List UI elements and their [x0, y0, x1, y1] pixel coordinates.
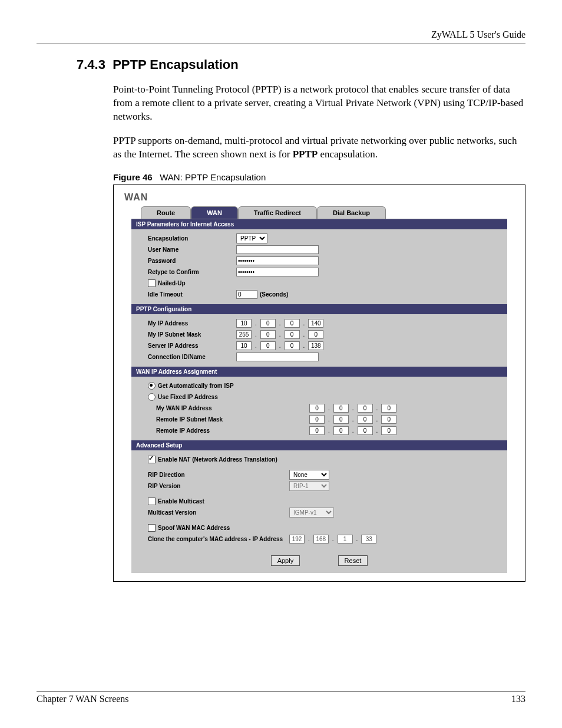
section-isp: ISP Parameters for Internet Access — [131, 219, 507, 229]
clone-1 — [289, 535, 305, 543]
server-label: Server IP Address — [148, 342, 236, 349]
conn-label: Connection ID/Name — [148, 354, 236, 360]
mymask-3[interactable] — [285, 330, 300, 339]
remip-4[interactable] — [381, 426, 396, 435]
remmask-2[interactable] — [333, 415, 349, 424]
remmask-1[interactable] — [309, 415, 325, 424]
nailed-up-label: Nailed-Up — [158, 280, 186, 286]
retype-input[interactable] — [236, 268, 319, 276]
page-footer: Chapter 7 WAN Screens 133 — [37, 691, 525, 704]
tab-bar: Route WAN Traffic Redirect Dial Backup — [141, 206, 517, 219]
tab-route[interactable]: Route — [141, 206, 191, 219]
auto-ip-label: Get Automatically from ISP — [158, 383, 234, 389]
section-title-text: PPTP Encapsulation — [113, 57, 239, 72]
tab-dial-backup[interactable]: Dial Backup — [317, 206, 386, 219]
spoof-checkbox[interactable] — [148, 524, 156, 532]
remip-label: Remote IP Address — [156, 427, 256, 434]
password-input[interactable] — [236, 256, 319, 265]
header-rule — [37, 44, 525, 44]
figure-caption: Figure 46 WAN: PPTP Encapsulation — [113, 172, 525, 182]
clone-4 — [361, 535, 376, 543]
section-wanip: WAN IP Address Assignment — [131, 367, 507, 377]
ripdir-label: RIP Direction — [148, 472, 289, 478]
myip-2[interactable] — [260, 319, 276, 328]
server-3[interactable] — [285, 341, 300, 350]
reset-button[interactable]: Reset — [338, 555, 368, 566]
remip-1[interactable] — [309, 426, 325, 435]
tab-wan[interactable]: WAN — [191, 206, 238, 219]
remmask-4[interactable] — [381, 415, 396, 424]
footer-chapter: Chapter 7 WAN Screens — [37, 694, 129, 704]
ripdir-select[interactable]: None — [289, 470, 329, 480]
wan-screenshot: WAN Route WAN Traffic Redirect Dial Back… — [113, 185, 525, 582]
remip-3[interactable] — [358, 426, 373, 435]
section-advanced: Advanced Setup — [131, 440, 507, 450]
ripver-select: RIP-1 — [289, 481, 329, 491]
ripver-label: RIP Version — [148, 483, 289, 489]
remmask-3[interactable] — [358, 415, 373, 424]
mymask-2[interactable] — [260, 330, 276, 339]
server-2[interactable] — [260, 341, 276, 350]
apply-button[interactable]: Apply — [271, 555, 300, 566]
clone-3 — [338, 535, 353, 543]
paragraph-1: Point-to-Point Tunneling Protocol (PPTP)… — [113, 83, 525, 124]
idle-unit: (Seconds) — [260, 291, 288, 298]
username-input[interactable] — [236, 245, 319, 254]
mymask-label: My IP Subnet Mask — [148, 331, 236, 338]
clone-label: Clone the computer's MAC address - IP Ad… — [148, 536, 289, 542]
mymask-1[interactable] — [236, 330, 252, 339]
mymask-4[interactable] — [308, 330, 323, 339]
mywan-1[interactable] — [309, 404, 325, 413]
multicast-label: Enable Multicast — [158, 498, 204, 505]
section-pptp: PPTP Configuration — [131, 304, 507, 314]
remmask-label: Remote IP Subnet Mask — [156, 416, 256, 423]
mywan-4[interactable] — [381, 404, 396, 413]
paragraph-2b: encapsulation. — [318, 149, 378, 160]
myip-label: My IP Address — [148, 320, 236, 327]
form-panel: ISP Parameters for Internet Access Encap… — [131, 219, 507, 573]
figure-label: Figure 46 — [113, 172, 153, 182]
section-heading: 7.4.3 PPTP Encapsulation — [77, 57, 525, 73]
multiver-label: Multicast Version — [148, 509, 289, 516]
server-1[interactable] — [236, 341, 252, 350]
myip-1[interactable] — [236, 319, 252, 328]
nat-checkbox[interactable] — [148, 456, 156, 463]
conn-input[interactable] — [236, 353, 319, 361]
fixed-ip-label: Use Fixed IP Address — [158, 394, 218, 400]
idle-input[interactable] — [236, 290, 257, 299]
encapsulation-select[interactable]: PPTP — [236, 233, 267, 243]
mywan-label: My WAN IP Address — [156, 405, 256, 411]
running-header: ZyWALL 5 User's Guide — [37, 29, 525, 40]
server-4[interactable] — [308, 341, 323, 350]
tab-traffic-redirect[interactable]: Traffic Redirect — [238, 206, 317, 219]
paragraph-2: PPTP supports on-demand, multi-protocol … — [113, 134, 525, 162]
myip-4[interactable] — [308, 319, 323, 328]
footer-rule — [37, 691, 525, 691]
auto-ip-radio[interactable] — [148, 382, 156, 390]
encapsulation-label: Encapsulation — [148, 235, 236, 242]
nailed-up-checkbox[interactable] — [148, 279, 156, 287]
idle-label: Idle Timeout — [148, 291, 236, 298]
mywan-2[interactable] — [333, 404, 349, 413]
panel-title: WAN — [124, 192, 517, 203]
figure-caption-text: WAN: PPTP Encapsulation — [160, 172, 266, 182]
paragraph-2-bold: PPTP — [293, 149, 318, 160]
remip-2[interactable] — [333, 426, 349, 435]
mywan-3[interactable] — [358, 404, 373, 413]
multiver-select: IGMP-v1 — [289, 508, 334, 518]
fixed-ip-radio[interactable] — [148, 393, 156, 401]
nat-label: Enable NAT (Network Address Translation) — [158, 456, 277, 463]
password-label: Password — [148, 258, 236, 264]
clone-2 — [313, 535, 329, 543]
spoof-label: Spoof WAN MAC Address — [158, 525, 230, 531]
multicast-checkbox[interactable] — [148, 498, 156, 505]
section-number: 7.4.3 — [77, 57, 105, 72]
retype-label: Retype to Confirm — [148, 269, 236, 275]
footer-page-number: 133 — [511, 694, 525, 704]
myip-3[interactable] — [285, 319, 300, 328]
username-label: User Name — [148, 246, 236, 253]
